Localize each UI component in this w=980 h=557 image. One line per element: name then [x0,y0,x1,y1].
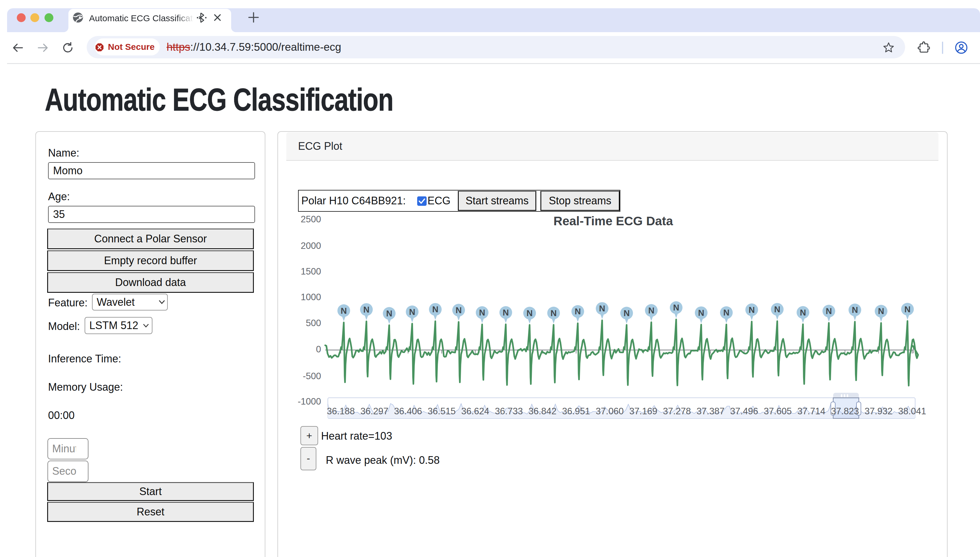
svg-text:N: N [878,306,884,316]
svg-text:N: N [479,308,485,317]
svg-text:N: N [905,305,911,314]
svg-text:N: N [623,308,630,318]
svg-text:N: N [503,308,509,317]
svg-text:N: N [363,305,370,314]
svg-text:N: N [648,306,654,315]
svg-text:N: N [386,309,392,318]
svg-text:N: N [409,307,415,317]
svg-text:N: N [432,305,438,314]
svg-text:N: N [527,308,533,318]
svg-text:N: N [723,308,729,317]
svg-text:N: N [575,307,581,316]
svg-text:N: N [698,308,704,318]
svg-text:N: N [826,306,832,316]
svg-text:N: N [550,308,557,318]
svg-text:N: N [749,305,755,314]
svg-text:N: N [852,305,858,314]
svg-text:N: N [800,308,806,317]
svg-text:N: N [599,304,605,313]
svg-text:N: N [341,306,347,316]
svg-text:N: N [673,303,679,312]
svg-text:N: N [456,306,462,315]
svg-text:N: N [774,305,780,314]
